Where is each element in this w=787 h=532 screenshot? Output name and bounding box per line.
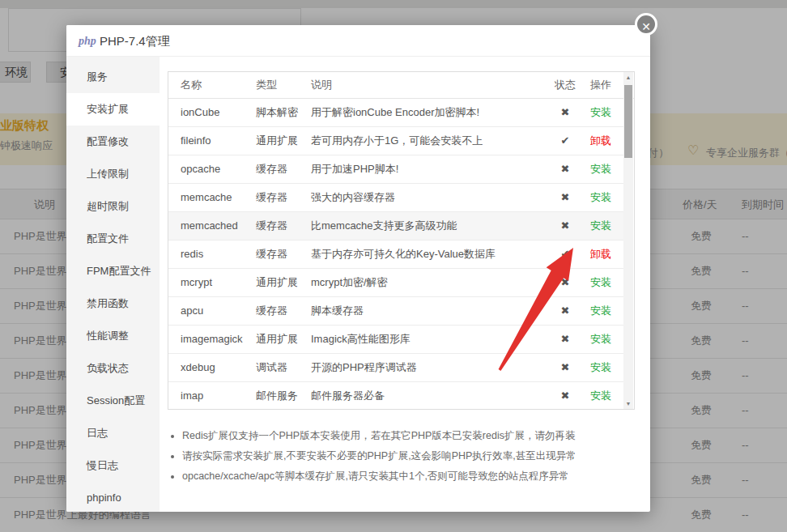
extension-action-link[interactable]: 安装 (583, 155, 619, 183)
extension-name: apcu (181, 297, 203, 325)
cross-icon: ✖ (547, 382, 583, 410)
extension-row-redis: redis 缓存器 基于内存亦可持久化的Key-Value数据库 ✔ 卸载 (168, 240, 624, 269)
cross-icon: ✖ (547, 354, 583, 381)
extension-action-link[interactable]: 安装 (583, 297, 619, 325)
extension-description: mcrypt加密/解密 (311, 269, 388, 296)
extensions-table-body: ionCube 脚本解密 用于解密ionCube Encoder加密脚本! ✖ … (168, 99, 624, 410)
extension-description: 用于加速PHP脚本! (311, 155, 398, 183)
cross-icon: ✖ (547, 184, 583, 211)
extension-name: fileinfo (181, 127, 211, 155)
dialog-header: php PHP-7.4管理 (66, 25, 650, 57)
extension-action-link[interactable]: 卸载 (583, 127, 619, 155)
extension-description: 强大的内容缓存器 (311, 184, 395, 211)
sidebar-item-服务[interactable]: 服务 (66, 61, 160, 93)
extension-description: 基于内存亦可持久化的Key-Value数据库 (311, 240, 496, 268)
column-header-status: 状态 (547, 72, 583, 98)
extension-row-imap: imap 邮件服务 邮件服务器必备 ✖ 安装 (168, 382, 624, 410)
sidebar-item-负载状态[interactable]: 负载状态 (66, 352, 160, 385)
extension-type: 缓存器 (256, 240, 287, 268)
column-header-type: 类型 (256, 72, 277, 98)
extension-name: imap (181, 382, 203, 410)
scroll-up-icon[interactable]: ▲ (623, 72, 633, 83)
extension-type: 缓存器 (256, 212, 287, 240)
extension-action-link[interactable]: 安装 (583, 184, 619, 211)
extension-row-memcache: memcache 缓存器 强大的内容缓存器 ✖ 安装 (168, 184, 624, 212)
extension-type: 缓存器 (256, 155, 287, 183)
sidebar-item-慢日志[interactable]: 慢日志 (66, 449, 160, 482)
dialog-title: PHP-7.4管理 (100, 25, 170, 57)
note-item: opcache/xcache/apc等脚本缓存扩展,请只安装其中1个,否则可能导… (182, 466, 629, 487)
php-manage-dialog: php PHP-7.4管理 ✕ 服务安装扩展配置修改上传限制超时限制配置文件FP… (66, 25, 650, 512)
column-header-name: 名称 (181, 72, 202, 98)
cross-icon: ✖ (547, 155, 583, 183)
extension-description: 脚本缓存器 (311, 297, 364, 325)
extension-type: 通用扩展 (256, 127, 298, 155)
sidebar-item-Session配置[interactable]: Session配置 (66, 385, 160, 417)
scroll-down-icon[interactable]: ▼ (623, 398, 633, 409)
column-header-action: 操作 (583, 72, 619, 98)
extension-name: ionCube (181, 99, 219, 126)
extension-row-memcached: memcached 缓存器 比memcache支持更多高级功能 ✖ 安装 (168, 212, 624, 240)
check-icon: ✔ (547, 240, 583, 268)
extension-row-apcu: apcu 缓存器 脚本缓存器 ✖ 安装 (168, 297, 624, 326)
extension-action-link[interactable]: 安装 (583, 99, 619, 126)
scrollbar-thumb[interactable] (624, 85, 632, 158)
extension-action-link[interactable]: 安装 (583, 326, 619, 353)
sidebar-item-性能调整[interactable]: 性能调整 (66, 320, 160, 352)
extension-row-fileinfo: fileinfo 通用扩展 若可用内存小于1G，可能会安装不上 ✔ 卸载 (168, 127, 624, 155)
extension-name: redis (181, 240, 203, 268)
sidebar-item-超时限制[interactable]: 超时限制 (66, 190, 160, 223)
extension-row-opcache: opcache 缓存器 用于加速PHP脚本! ✖ 安装 (168, 155, 624, 184)
extension-row-ionCube: ionCube 脚本解密 用于解密ionCube Encoder加密脚本! ✖ … (168, 99, 624, 127)
sidebar-item-配置文件[interactable]: 配置文件 (66, 223, 160, 255)
php-logo-icon: php (79, 25, 96, 57)
sidebar-item-禁用函数[interactable]: 禁用函数 (66, 287, 160, 320)
extension-row-imagemagick: imagemagick 通用扩展 Imagick高性能图形库 ✖ 安装 (168, 326, 624, 354)
table-scrollbar[interactable]: ▲ ▼ (623, 72, 633, 409)
extension-name: memcache (181, 184, 232, 211)
extension-action-link[interactable]: 卸载 (583, 240, 619, 268)
sidebar-item-配置修改[interactable]: 配置修改 (66, 126, 160, 158)
dialog-sidebar: 服务安装扩展配置修改上传限制超时限制配置文件FPM配置文件禁用函数性能调整负载状… (66, 57, 160, 512)
note-item: Redis扩展仅支持一个PHP版本安装使用，若在其它PHP版本已安装redis扩… (182, 426, 629, 446)
sidebar-item-安装扩展[interactable]: 安装扩展 (66, 93, 160, 126)
extension-description: 若可用内存小于1G，可能会安装不上 (311, 127, 483, 155)
extension-type: 通用扩展 (256, 326, 298, 353)
extension-type: 缓存器 (256, 184, 287, 211)
extension-type: 脚本解密 (256, 99, 298, 126)
sidebar-item-phpinfo[interactable]: phpinfo (66, 482, 160, 514)
extension-name: xdebug (181, 354, 215, 381)
sidebar-item-日志[interactable]: 日志 (66, 417, 160, 449)
extension-type: 调试器 (256, 354, 287, 381)
extensions-table: 名称 类型 说明 状态 操作 ionCube 脚本解密 用于解密ionCube … (168, 71, 635, 410)
cross-icon: ✖ (547, 99, 583, 126)
extension-name: opcache (181, 155, 220, 183)
extension-action-link[interactable]: 安装 (583, 269, 619, 296)
column-header-description: 说明 (311, 72, 332, 98)
extension-description: 开源的PHP程序调试器 (311, 354, 417, 381)
extension-action-link[interactable]: 安装 (583, 354, 619, 381)
close-icon[interactable]: ✕ (635, 13, 657, 36)
extension-description: 用于解密ionCube Encoder加密脚本! (311, 99, 479, 126)
extension-action-link[interactable]: 安装 (583, 382, 619, 410)
extensions-table-header: 名称 类型 说明 状态 操作 (168, 72, 634, 99)
sidebar-item-上传限制[interactable]: 上传限制 (66, 158, 160, 190)
cross-icon: ✖ (547, 297, 583, 325)
extension-type: 缓存器 (256, 297, 287, 325)
extension-row-xdebug: xdebug 调试器 开源的PHP程序调试器 ✖ 安装 (168, 354, 624, 382)
cross-icon: ✖ (547, 269, 583, 296)
extension-name: memcached (181, 212, 238, 240)
extension-description: Imagick高性能图形库 (311, 326, 411, 353)
check-icon: ✔ (547, 127, 583, 155)
extension-action-link[interactable]: 安装 (583, 212, 619, 240)
extension-name: mcrypt (181, 269, 212, 296)
extension-description: 比memcache支持更多高级功能 (311, 212, 457, 240)
sidebar-item-FPM配置文件[interactable]: FPM配置文件 (66, 255, 160, 287)
cross-icon: ✖ (547, 326, 583, 353)
extension-name: imagemagick (181, 326, 243, 353)
note-item: 请按实际需求安装扩展,不要安装不必要的PHP扩展,这会影响PHP执行效率,甚至出… (182, 446, 629, 466)
extension-type: 通用扩展 (256, 269, 298, 296)
screen: 环境 安 业版特权 钟极速响应 付） ♡ 专享企业服务群（年 说明 价格/天 到… (0, 0, 787, 532)
extension-row-mcrypt: mcrypt 通用扩展 mcrypt加密/解密 ✖ 安装 (168, 269, 624, 297)
extension-description: 邮件服务器必备 (311, 382, 385, 410)
